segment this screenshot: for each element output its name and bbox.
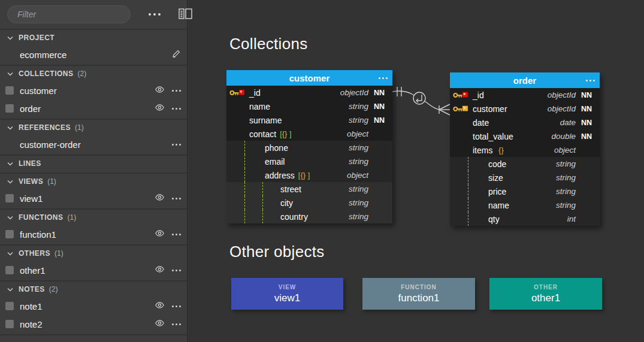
item-menu-button[interactable] — [172, 270, 181, 271]
section-header-others[interactable]: OTHERS(1) — [0, 246, 187, 261]
item-menu-button[interactable] — [172, 144, 181, 146]
sidebar-menu-button[interactable] — [131, 11, 163, 18]
ellipsis-icon — [172, 198, 181, 199]
sidebar-item-order[interactable]: order — [0, 99, 187, 117]
sidebar-item-function1[interactable]: function1 — [0, 225, 187, 243]
field-row-order-price[interactable]: pricestring — [450, 184, 600, 198]
item-checkbox[interactable] — [5, 302, 14, 310]
sidebar-item-note2[interactable]: note2 — [0, 315, 187, 333]
field-row-order-name[interactable]: namestring — [450, 198, 600, 212]
item-menu-button[interactable] — [172, 90, 181, 92]
item-menu-button[interactable] — [172, 323, 181, 325]
table-header[interactable]: customer — [226, 70, 392, 86]
field-structure-badge: {} — [496, 146, 503, 155]
eye-icon[interactable] — [155, 301, 165, 311]
object-card-name: function1 — [398, 292, 440, 304]
field-name: email — [226, 157, 285, 167]
eye-icon[interactable] — [155, 229, 165, 240]
field-row-customer-_id[interactable]: _idobjectIdNN — [226, 86, 392, 99]
object-card-other1[interactable]: OTHERother1 — [489, 278, 602, 310]
table-menu-button[interactable] — [377, 70, 388, 86]
section-header-lines[interactable]: LINES — [0, 156, 187, 171]
field-row-order-size[interactable]: sizestring — [450, 171, 600, 184]
section-header-notes[interactable]: NOTES(2) — [0, 282, 187, 297]
eye-icon[interactable] — [155, 319, 165, 329]
field-row-customer-email[interactable]: emailstring — [226, 155, 392, 168]
field-notnull-flag: NN — [368, 102, 386, 111]
field-row-order-date[interactable]: datedateNN — [450, 116, 600, 129]
nesting-guide-line — [468, 171, 468, 184]
item-checkbox[interactable] — [5, 266, 14, 274]
object-card-kind: FUNCTION — [401, 284, 437, 290]
sidebar-section-collections: COLLECTIONS(2)customerorder — [0, 66, 187, 120]
nesting-guide-line — [468, 212, 468, 226]
table-menu-button[interactable] — [584, 72, 595, 88]
section-header-references[interactable]: REFERENCES(1) — [0, 120, 187, 135]
field-row-customer-street[interactable]: streetstring — [226, 182, 392, 196]
sidebar-item-customer-order[interactable]: customer-order — [0, 135, 187, 153]
field-row-order-qty[interactable]: qtyint — [450, 212, 600, 226]
item-checkbox[interactable] — [5, 104, 14, 113]
field-notnull-flag: NN — [576, 91, 594, 99]
sidebar-item-note1[interactable]: note1 — [0, 297, 187, 315]
section-label: OTHERS — [19, 249, 50, 258]
nesting-guide-line — [244, 196, 245, 210]
collection-table-customer[interactable]: customer_idobjectIdNNnamestringNNsurname… — [226, 70, 392, 223]
primary-key-icon — [453, 90, 468, 102]
item-menu-button[interactable] — [172, 305, 181, 307]
collection-table-order[interactable]: order_idobjectIdNNcustomerobjectIdNNdate… — [450, 72, 600, 226]
section-count: (1) — [47, 177, 56, 186]
field-row-order-total_value[interactable]: total_valuedoubleNN — [450, 129, 600, 143]
field-row-order-_id[interactable]: _idobjectIdNN — [450, 88, 600, 102]
item-checkbox[interactable] — [5, 86, 14, 95]
field-name: surname — [226, 116, 282, 125]
field-row-customer-surname[interactable]: surnamestringNN — [226, 113, 392, 127]
eye-icon[interactable] — [155, 265, 165, 276]
section-header-functions[interactable]: FUNCTIONS(1) — [0, 210, 187, 225]
chevron-down-icon — [7, 180, 13, 184]
edit-pencil-icon[interactable] — [172, 49, 181, 60]
ellipsis-icon — [172, 144, 181, 146]
eye-icon[interactable] — [155, 85, 165, 96]
item-label: note2 — [20, 319, 43, 329]
field-row-customer-contact[interactable]: contact[{} ]object — [226, 127, 392, 141]
field-row-customer-phone[interactable]: phonestring — [226, 141, 392, 155]
filter-input[interactable] — [7, 5, 131, 23]
item-menu-button[interactable] — [172, 108, 181, 110]
item-actions — [155, 81, 181, 99]
field-row-customer-city[interactable]: citystring — [226, 196, 392, 210]
panel-toggle-button[interactable] — [176, 6, 195, 23]
sidebar-item-other1[interactable]: other1 — [0, 261, 187, 279]
chevron-down-icon — [7, 287, 13, 292]
section-header-project[interactable]: PROJECT — [0, 30, 187, 46]
eye-icon[interactable] — [155, 103, 165, 114]
section-header-collections[interactable]: COLLECTIONS(2) — [0, 66, 187, 81]
item-checkbox[interactable] — [5, 320, 14, 328]
ellipsis-icon — [172, 90, 181, 92]
field-row-customer-country[interactable]: countrystring — [226, 210, 392, 223]
field-row-order-code[interactable]: codestring — [450, 157, 600, 171]
field-row-customer-address[interactable]: address[{} ]object — [226, 168, 392, 182]
sidebar-section-functions: FUNCTIONS(1)function1 — [0, 210, 187, 246]
diagram-canvas[interactable]: Collections Other objects customer_idobj… — [188, 0, 644, 342]
item-checkbox[interactable] — [5, 194, 14, 202]
eye-icon[interactable] — [155, 193, 165, 204]
field-row-customer-name[interactable]: namestringNN — [226, 99, 392, 113]
object-card-function1[interactable]: FUNCTIONfunction1 — [362, 278, 475, 310]
section-header-views[interactable]: VIEWS(1) — [0, 174, 187, 189]
field-type: string — [285, 157, 368, 166]
field-type: object — [504, 146, 576, 155]
table-header[interactable]: order — [450, 72, 600, 88]
item-menu-button[interactable] — [172, 198, 181, 199]
item-checkbox[interactable] — [5, 230, 14, 238]
field-row-order-customer[interactable]: customerobjectIdNN — [450, 102, 600, 116]
sidebar-item-customer[interactable]: customer — [0, 81, 187, 99]
section-label: LINES — [19, 159, 41, 168]
field-row-order-items[interactable]: items {}object — [450, 143, 600, 157]
field-type: string — [503, 173, 576, 182]
item-menu-button[interactable] — [172, 234, 181, 235]
sidebar-item-ecommerce[interactable]: ecommerce — [0, 46, 187, 63]
sidebar-item-view1[interactable]: view1 — [0, 189, 187, 207]
field-name: qty — [450, 214, 500, 224]
object-card-view1[interactable]: VIEWview1 — [231, 278, 343, 310]
